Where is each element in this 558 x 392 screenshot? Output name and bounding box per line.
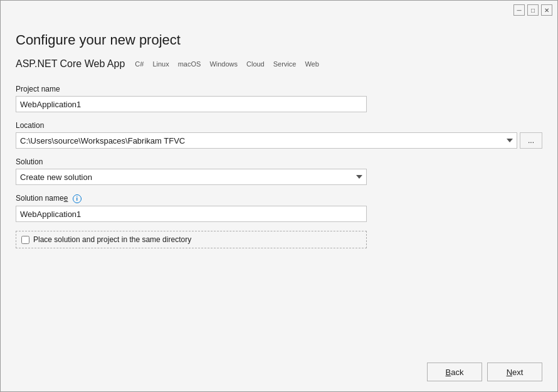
solution-name-label: Solution namee i <box>16 194 542 203</box>
tag-cloud: Cloud <box>245 60 266 68</box>
project-type-row: ASP.NET Core Web App C# Linux macOS Wind… <box>16 58 542 70</box>
solution-name-group: Solution namee i <box>16 194 542 222</box>
footer: Back Next <box>1 355 557 391</box>
location-label: Location <box>16 121 542 130</box>
solution-select-wrapper: Create new solution Add to solution <box>16 169 367 185</box>
project-name-label: Project name <box>16 85 542 93</box>
main-content: Configure your new project ASP.NET Core … <box>1 19 557 355</box>
solution-select[interactable]: Create new solution Add to solution <box>16 169 367 185</box>
location-select-wrapper: C:\Users\source\Workspaces\Fabrikam TFVC <box>16 132 517 149</box>
window: ─ □ ✕ Configure your new project ASP.NET… <box>0 0 558 392</box>
tag-linux: Linux <box>151 60 170 68</box>
form-section: Project name Location C:\Users\source\Wo… <box>16 85 542 345</box>
solution-name-input[interactable] <box>16 206 367 222</box>
location-group: Location C:\Users\source\Workspaces\Fabr… <box>16 121 542 149</box>
same-directory-row: Place solution and project in the same d… <box>16 231 367 248</box>
project-name-input[interactable] <box>16 96 367 112</box>
same-directory-checkbox[interactable] <box>21 236 29 244</box>
maximize-button[interactable]: □ <box>527 4 539 16</box>
solution-group: Solution Create new solution Add to solu… <box>16 157 542 185</box>
tag-web: Web <box>303 60 320 68</box>
tag-windows: Windows <box>208 60 239 68</box>
minimize-button[interactable]: ─ <box>513 4 525 16</box>
location-row: C:\Users\source\Workspaces\Fabrikam TFVC… <box>16 132 542 149</box>
title-bar: ─ □ ✕ <box>1 1 557 19</box>
tag-service: Service <box>272 60 298 68</box>
page-title: Configure your new project <box>16 32 542 48</box>
tag-csharp: C# <box>134 60 145 68</box>
tag-macos: macOS <box>177 60 203 68</box>
close-button[interactable]: ✕ <box>541 4 552 16</box>
location-select[interactable]: C:\Users\source\Workspaces\Fabrikam TFVC <box>16 132 517 149</box>
browse-button[interactable]: ... <box>520 132 542 149</box>
back-button[interactable]: Back <box>427 363 482 381</box>
next-button[interactable]: Next <box>487 363 542 381</box>
solution-name-info-icon[interactable]: i <box>73 194 82 203</box>
project-type-name: ASP.NET Core Web App <box>16 58 125 70</box>
same-directory-label[interactable]: Place solution and project in the same d… <box>33 235 191 244</box>
project-name-group: Project name <box>16 85 542 112</box>
solution-label: Solution <box>16 157 542 166</box>
